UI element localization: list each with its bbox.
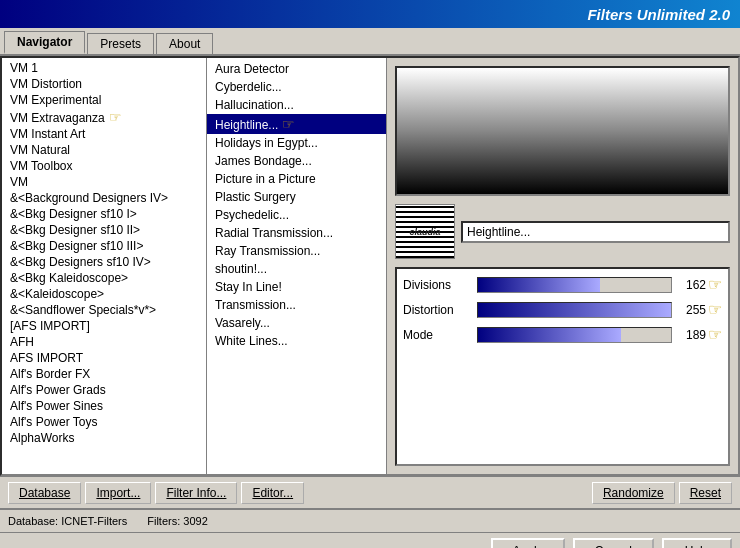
middle-list: Aura DetectorCyberdelic...Hallucination.… [207,58,386,474]
middle-list-item[interactable]: shoutin!... [207,260,386,278]
left-list-item[interactable]: VM [2,174,206,190]
action-bar: ☞ Apply Cancel Help [0,532,740,548]
left-list-item[interactable]: &<Bkg Designer sf10 II> [2,222,206,238]
param-slider[interactable] [477,302,672,318]
left-list-item[interactable]: VM 1 [2,60,206,76]
middle-list-item[interactable]: Aura Detector [207,60,386,78]
left-list-item[interactable]: &<Bkg Designers sf10 IV> [2,254,206,270]
param-slider-fill [478,328,621,342]
apply-button[interactable]: Apply [491,538,565,549]
tab-about[interactable]: About [156,33,213,54]
left-list-item[interactable]: &<Kaleidoscope> [2,286,206,302]
left-list-item[interactable]: VM Experimental [2,92,206,108]
left-list-item[interactable]: [AFS IMPORT] [2,318,206,334]
middle-list-item[interactable]: James Bondage... [207,152,386,170]
param-label: Mode [403,328,473,342]
middle-list-item[interactable]: Psychedelic... [207,206,386,224]
left-list-item[interactable]: AFS IMPORT [2,350,206,366]
title-bar: Filters Unlimited 2.0 [0,0,740,28]
randomize-btn[interactable]: Randomize [592,482,675,504]
database-btn[interactable]: Database [8,482,81,504]
filter-name-input[interactable] [461,221,730,243]
hand-pointer-icon: ☞ [105,109,122,125]
middle-list-item[interactable]: Transmission... [207,296,386,314]
preview-area [395,66,730,196]
param-hand-icon: ☞ [708,325,722,344]
status-bar: Database: ICNET-Filters Filters: 3092 [0,508,740,532]
middle-list-item[interactable]: Vasarely... [207,314,386,332]
editor-btn[interactable]: Editor... [241,482,304,504]
param-slider-fill [478,303,671,317]
left-list-item[interactable]: Alf's Power Sines [2,398,206,414]
middle-panel: Aura DetectorCyberdelic...Hallucination.… [207,58,387,474]
param-slider-fill [478,278,600,292]
param-label: Distortion [403,303,473,317]
middle-list-item[interactable]: Plastic Surgery [207,188,386,206]
middle-list-item[interactable]: Stay In Line! [207,278,386,296]
left-list-item[interactable]: VM Natural [2,142,206,158]
left-list-item[interactable]: &<Bkg Kaleidoscope> [2,270,206,286]
middle-list-item[interactable]: Cyberdelic... [207,78,386,96]
param-value: 189 [676,328,706,342]
left-list-item[interactable]: VM Instant Art [2,126,206,142]
apply-btn-wrapper: ☞ Apply [491,538,565,549]
param-row: Divisions162☞ [403,275,722,294]
middle-list-item[interactable]: Ray Transmission... [207,242,386,260]
middle-list-item[interactable]: Hallucination... [207,96,386,114]
left-list-item[interactable]: AFH [2,334,206,350]
left-list-item[interactable]: &<Sandflower Specials*v*> [2,302,206,318]
middle-list-item[interactable]: Picture in a Picture [207,170,386,188]
main-content: VM 1VM DistortionVM ExperimentalVM Extra… [0,56,740,476]
left-list-item[interactable]: &<Background Designers IV> [2,190,206,206]
param-hand-icon: ☞ [708,300,722,319]
middle-list-item[interactable]: Heightline... ☞ [207,114,386,134]
param-row: Mode189☞ [403,325,722,344]
filter-logo-text: claudia [409,227,440,237]
params-area: Divisions162☞Distortion255☞Mode189☞ [395,267,730,466]
tab-navigator[interactable]: Navigator [4,31,85,54]
left-list-item[interactable]: VM Toolbox [2,158,206,174]
param-value: 162 [676,278,706,292]
left-list-item[interactable]: &<Bkg Designer sf10 III> [2,238,206,254]
param-value: 255 [676,303,706,317]
cancel-button[interactable]: Cancel [573,538,654,549]
title-text: Filters Unlimited 2.0 [587,6,730,23]
filters-status: Filters: 3092 [147,515,208,527]
filter-logo: claudia [395,204,455,259]
filter-info-btn[interactable]: Filter Info... [155,482,237,504]
left-list: VM 1VM DistortionVM ExperimentalVM Extra… [2,58,206,448]
hand-pointer-middle-icon: ☞ [278,116,295,132]
filter-name-bar: claudia [395,204,730,259]
import-btn[interactable]: Import... [85,482,151,504]
left-list-item[interactable]: Alf's Border FX [2,366,206,382]
reset-btn[interactable]: Reset [679,482,732,504]
middle-list-item[interactable]: White Lines... [207,332,386,350]
left-list-item[interactable]: Alf's Power Grads [2,382,206,398]
param-slider[interactable] [477,327,672,343]
right-panel: claudia Divisions162☞Distortion255☞Mode1… [387,58,738,474]
left-list-item[interactable]: &<Bkg Designer sf10 I> [2,206,206,222]
param-hand-icon: ☞ [708,275,722,294]
database-status: Database: ICNET-Filters [8,515,127,527]
param-row: Distortion255☞ [403,300,722,319]
left-list-item[interactable]: AlphaWorks [2,430,206,446]
param-slider[interactable] [477,277,672,293]
middle-list-item[interactable]: Holidays in Egypt... [207,134,386,152]
left-list-item[interactable]: VM Distortion [2,76,206,92]
left-panel: VM 1VM DistortionVM ExperimentalVM Extra… [2,58,207,474]
left-list-container[interactable]: VM 1VM DistortionVM ExperimentalVM Extra… [2,58,206,474]
bottom-toolbar: Database Import... Filter Info... Editor… [0,476,740,508]
param-label: Divisions [403,278,473,292]
left-list-item[interactable]: Alf's Power Toys [2,414,206,430]
tab-presets[interactable]: Presets [87,33,154,54]
help-button[interactable]: Help [662,538,732,549]
middle-list-item[interactable]: Radial Transmission... [207,224,386,242]
tab-bar: Navigator Presets About [0,28,740,56]
left-list-item[interactable]: VM Extravaganza ☞ [2,108,206,126]
